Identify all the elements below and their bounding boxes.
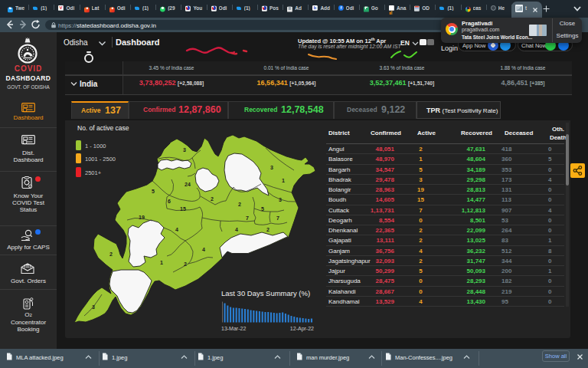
svg-text:6: 6 xyxy=(168,199,171,204)
svg-text:No. of active case: No. of active case xyxy=(77,124,129,132)
svg-text:3: 3 xyxy=(183,147,186,153)
svg-text:7: 7 xyxy=(246,215,249,221)
svg-text:5: 5 xyxy=(261,206,264,212)
svg-text:3: 3 xyxy=(92,304,95,310)
svg-text:1 - 1000: 1 - 1000 xyxy=(85,143,106,150)
svg-text:4: 4 xyxy=(235,227,238,232)
svg-text:5: 5 xyxy=(152,189,155,194)
svg-text:12-Apr-22: 12-Apr-22 xyxy=(290,326,314,332)
svg-text:24: 24 xyxy=(185,182,191,187)
svg-text:1001 - 2500: 1001 - 2500 xyxy=(85,156,116,163)
svg-text:19: 19 xyxy=(139,215,145,220)
svg-text:Last 30 Days Summary (%): Last 30 Days Summary (%) xyxy=(221,289,310,297)
svg-text:2: 2 xyxy=(184,261,187,267)
svg-text:13-Mar-22: 13-Mar-22 xyxy=(221,326,246,331)
svg-text:3: 3 xyxy=(279,197,282,202)
svg-text:1: 1 xyxy=(160,260,163,265)
svg-text:3: 3 xyxy=(270,165,273,170)
svg-text:2: 2 xyxy=(266,227,270,232)
svg-text:2: 2 xyxy=(109,251,113,257)
svg-text:4: 4 xyxy=(175,227,178,232)
svg-text:1: 1 xyxy=(282,178,285,183)
svg-text:7: 7 xyxy=(276,215,279,221)
svg-text:2: 2 xyxy=(211,196,214,202)
svg-text:4: 4 xyxy=(202,247,205,252)
svg-text:2: 2 xyxy=(238,202,241,207)
svg-text:15: 15 xyxy=(180,206,186,212)
svg-text:2501+: 2501+ xyxy=(85,169,102,176)
